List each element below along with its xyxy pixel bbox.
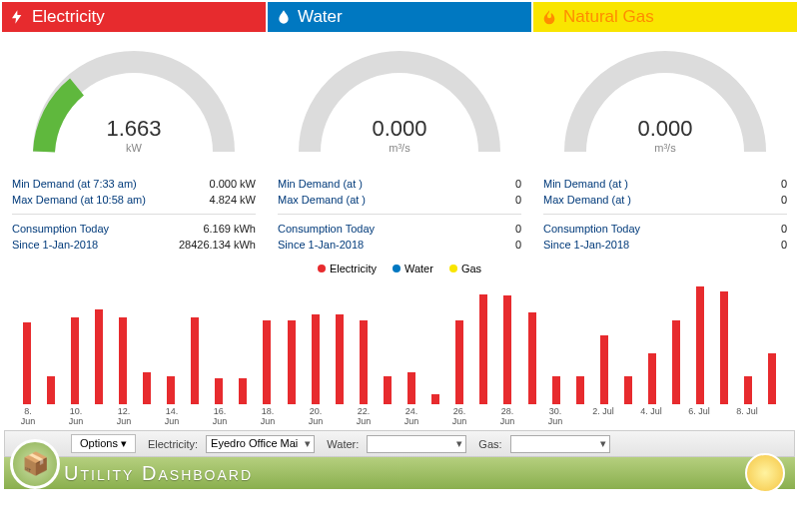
consumption-chart[interactable] (0, 276, 799, 406)
chart-bar[interactable] (690, 276, 711, 404)
water-max-value: 0 (515, 194, 521, 206)
x-tick-label (328, 406, 352, 426)
x-tick-label (615, 406, 639, 426)
chart-bar[interactable] (593, 276, 614, 404)
chart-bar[interactable] (714, 276, 735, 404)
chart-bar[interactable] (641, 276, 662, 404)
chart-bar[interactable] (377, 276, 398, 404)
x-tick-label: 4. Jul (639, 406, 663, 426)
elec-min-value: 0.000 kW (210, 178, 256, 190)
electricity-select[interactable]: Eyedro Office Mai (206, 435, 315, 453)
drop-icon (276, 9, 292, 25)
chart-bar[interactable] (569, 276, 590, 404)
x-tick-label: 26. Jun (447, 406, 471, 426)
water-min-value: 0 (515, 178, 521, 190)
chart-bar[interactable] (738, 276, 759, 404)
gas-today-label: Consumption Today (543, 223, 640, 235)
x-tick-label: 24. Jun (400, 406, 423, 426)
gas-min-value: 0 (781, 178, 787, 190)
toolbar: Options ▾ Electricity: Eyedro Office Mai… (4, 430, 795, 457)
chart-bar[interactable] (305, 276, 326, 404)
chart-bar[interactable] (257, 276, 278, 404)
water-select[interactable] (367, 435, 466, 453)
gas-panel: Natural Gas 0.000 m³/s Min Demand (at )0… (533, 2, 797, 259)
gas-select[interactable] (510, 435, 610, 453)
water-header: Water (268, 2, 531, 32)
electricity-panel: Electricity 1.663 kW Min Demand (at 7:33… (2, 2, 266, 259)
chart-bar[interactable] (497, 276, 518, 404)
x-tick-label: 22. Jun (352, 406, 376, 426)
chart-bar[interactable] (209, 276, 230, 404)
chart-bar[interactable] (473, 276, 494, 404)
x-tick-label (88, 406, 112, 426)
chart-x-axis: 8. Jun10. Jun12. Jun14. Jun16. Jun18. Ju… (0, 406, 799, 430)
chart-bar[interactable] (40, 276, 61, 404)
elec-today-label: Consumption Today (12, 223, 109, 235)
chart-bar[interactable] (64, 276, 85, 404)
chart-bar[interactable] (666, 276, 687, 404)
x-tick-label (663, 406, 687, 426)
chart-bar[interactable] (136, 276, 157, 404)
x-tick-label (423, 406, 447, 426)
x-tick-label: 8. Jul (735, 406, 759, 426)
chart-bar[interactable] (545, 276, 566, 404)
options-button[interactable]: Options ▾ (71, 434, 136, 453)
elec-min-label: Min Demand (at 7:33 am) (12, 178, 137, 190)
chart-bar[interactable] (329, 276, 350, 404)
gas-since-label: Since 1-Jan-2018 (543, 239, 629, 251)
chart-bar[interactable] (401, 276, 422, 404)
x-tick-label (759, 406, 783, 426)
footer: 📦 Utility Dashboard (4, 457, 795, 489)
x-tick-label (567, 406, 591, 426)
legend-electricity[interactable]: Electricity (318, 263, 377, 274)
x-tick-label (280, 406, 304, 426)
sun-badge-icon (745, 453, 785, 493)
x-tick-label: 14. Jun (160, 406, 184, 426)
chart-bar[interactable] (617, 276, 638, 404)
chart-bar[interactable] (16, 276, 37, 404)
chart-bar[interactable] (112, 276, 133, 404)
elec-since-label: Since 1-Jan-2018 (12, 239, 98, 251)
chart-bar[interactable] (88, 276, 109, 404)
x-tick-label: 16. Jun (208, 406, 232, 426)
x-tick-label (40, 406, 64, 426)
chart-bar[interactable] (233, 276, 254, 404)
x-tick-label: 28. Jun (495, 406, 519, 426)
chart-bar[interactable] (281, 276, 302, 404)
electricity-gauge: 1.663 kW (2, 32, 266, 172)
x-tick-label (136, 406, 160, 426)
elec-today-value: 6.169 kWh (203, 223, 256, 235)
legend-gas[interactable]: Gas (449, 263, 481, 274)
x-tick-label (471, 406, 495, 426)
chart-bar[interactable] (161, 276, 182, 404)
x-tick-label: 12. Jun (112, 406, 136, 426)
dot-icon (393, 265, 400, 272)
dot-icon (318, 265, 326, 272)
flame-icon (541, 9, 557, 25)
gas-max-label: Max Demand (at ) (543, 194, 631, 206)
water-max-label: Max Demand (at ) (278, 194, 366, 206)
chart-bar[interactable] (762, 276, 783, 404)
chart-bar[interactable] (449, 276, 470, 404)
x-tick-label: 30. Jun (543, 406, 567, 426)
legend-water[interactable]: Water (393, 263, 433, 274)
gas-today-value: 0 (781, 223, 787, 235)
chart-bar[interactable] (185, 276, 206, 404)
gas-title: Natural Gas (563, 7, 654, 27)
dot-icon (449, 265, 457, 272)
gas-header: Natural Gas (533, 2, 797, 32)
gas-since-value: 0 (781, 239, 787, 251)
chart-bar[interactable] (521, 276, 542, 404)
water-title: Water (298, 7, 343, 27)
chart-bar[interactable] (425, 276, 446, 404)
legend-gas-label: Gas (461, 263, 481, 274)
gas-max-value: 0 (781, 194, 787, 206)
panel-row: Electricity 1.663 kW Min Demand (at 7:33… (0, 0, 799, 261)
x-tick-label: 2. Jul (591, 406, 615, 426)
water-panel: Water 0.000 m³/s Min Demand (at )0 Max D… (268, 2, 531, 259)
chart-bar[interactable] (353, 276, 374, 404)
water-min-label: Min Demand (at ) (278, 178, 363, 190)
gas-gauge: 0.000 m³/s (533, 32, 797, 172)
elec-since-value: 28426.134 kWh (179, 239, 256, 251)
gas-min-label: Min Demand (at ) (543, 178, 628, 190)
